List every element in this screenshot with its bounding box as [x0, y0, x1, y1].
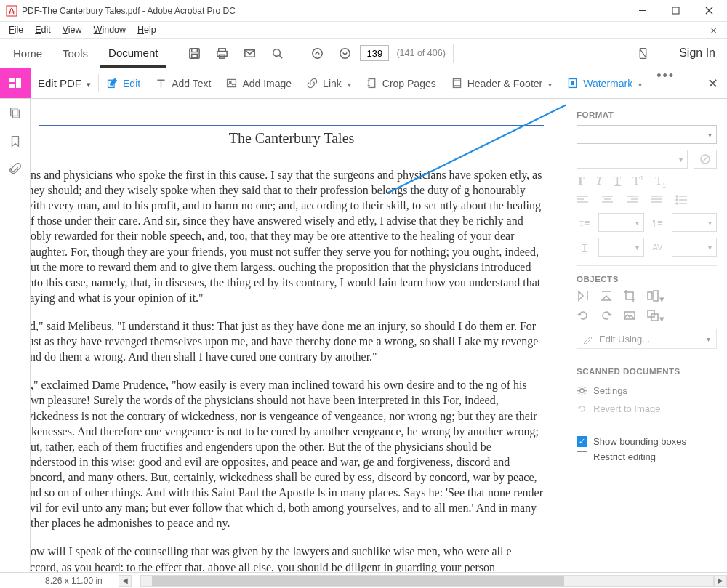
watermark-label: Watermark [583, 78, 632, 89]
link-button[interactable]: Link [299, 68, 358, 98]
thumbnails-icon[interactable] [9, 106, 22, 121]
superscript-icon[interactable]: T1 [632, 174, 643, 189]
scanned-documents-header: SCANNED DOCUMENTS [577, 367, 717, 376]
paragraph[interactable]: o," exclaimed Dame Prudence, "how easily… [31, 377, 544, 531]
subscript-icon[interactable]: T1 [655, 174, 666, 189]
paragraph[interactable]: ed," said Melibeus, "I understand it thu… [31, 318, 544, 364]
rotate-cw-icon[interactable] [600, 309, 613, 324]
font-style-row: T T T T1 T1 [577, 174, 717, 189]
italic-icon[interactable]: T [596, 174, 603, 189]
font-family-combo[interactable] [577, 125, 717, 144]
minimize-button[interactable] [625, 0, 659, 22]
rotate-ccw-icon[interactable] [577, 309, 590, 324]
horizontal-scale-icon: T [577, 238, 593, 257]
svg-rect-5 [190, 48, 199, 57]
svg-rect-24 [369, 79, 375, 88]
right-panel: FORMAT T T T T1 T1 ‡≡ ¶≡ T [566, 99, 727, 572]
close-button[interactable] [692, 0, 726, 22]
font-size-combo[interactable] [577, 150, 688, 169]
edit-pdf-dropdown[interactable]: Edit PDF [31, 68, 98, 98]
svg-point-58 [580, 389, 585, 393]
document-scroll[interactable]: The Canterbury Tales ons and physicians … [31, 99, 566, 572]
tab-document[interactable]: Document [100, 39, 166, 68]
line-spacing-combo[interactable] [598, 213, 644, 232]
svg-line-17 [640, 49, 646, 57]
watermark-button[interactable]: Watermark [559, 68, 649, 98]
mobile-link-icon[interactable] [632, 42, 654, 64]
menu-view[interactable]: View [58, 23, 87, 36]
edit-pdf-label: Edit PDF [38, 77, 81, 89]
show-bounding-boxes-checkbox[interactable]: ✓ Show bounding boxes [577, 436, 717, 447]
edit-button[interactable]: Edit [99, 68, 148, 98]
paragraph-spacing-combo[interactable] [672, 213, 718, 232]
svg-point-49 [676, 199, 678, 201]
attachments-icon[interactable] [9, 163, 22, 178]
close-tools-button[interactable]: ✕ [698, 68, 727, 98]
menu-file[interactable]: File [4, 23, 28, 36]
align-row [577, 195, 717, 207]
svg-rect-31 [12, 110, 19, 118]
add-image-button[interactable]: Add Image [218, 68, 299, 98]
edit-pdf-tool-icon[interactable] [0, 68, 31, 98]
menu-edit[interactable]: Edit [31, 23, 55, 36]
align-right-icon[interactable] [626, 195, 639, 207]
hscroll-right-button[interactable]: ▶ [714, 575, 727, 587]
horizontal-scrollbar[interactable] [140, 575, 714, 587]
char-spacing-icon: AV [650, 238, 666, 257]
horizontal-scale-combo[interactable] [598, 238, 644, 257]
tab-home[interactable]: Home [4, 40, 51, 66]
maximize-button[interactable] [659, 0, 692, 22]
add-image-label: Add Image [242, 78, 292, 89]
revert-image-link[interactable]: Revert to Image [577, 400, 717, 418]
more-tools-icon[interactable]: ••• [649, 68, 682, 98]
hscroll-left-button[interactable]: ◀ [119, 575, 132, 587]
align-justify-icon[interactable] [651, 195, 664, 207]
header-footer-button[interactable]: Header & Footer [443, 68, 560, 98]
color-picker[interactable] [694, 150, 717, 169]
restrict-editing-checkbox[interactable]: Restrict editing [577, 451, 717, 462]
paragraph[interactable]: now will I speak of the counselling that… [31, 544, 544, 572]
arrange-icon[interactable]: ▾ [646, 309, 664, 324]
flip-vertical-icon[interactable] [577, 289, 590, 305]
title-bar: PDF-The Canterbury Tales.pdf - Adobe Acr… [0, 0, 727, 22]
add-text-button[interactable]: Add Text [148, 68, 218, 98]
save-icon[interactable] [182, 41, 206, 65]
crop-pages-label: Crop Pages [382, 78, 436, 89]
svg-rect-2 [672, 7, 679, 14]
pdf-page[interactable]: The Canterbury Tales ons and physicians … [31, 99, 566, 572]
page-dimensions: 8.26 x 11.00 in [38, 576, 110, 586]
page-down-icon[interactable] [332, 41, 357, 65]
mail-icon[interactable] [237, 41, 262, 65]
crop-icon[interactable] [623, 289, 636, 305]
align-left-icon[interactable] [577, 195, 590, 207]
edit-label: Edit [123, 78, 140, 89]
crop-pages-button[interactable]: Crop Pages [358, 68, 443, 98]
print-icon[interactable] [209, 41, 234, 65]
flip-horizontal-icon[interactable] [600, 289, 613, 305]
underline-icon[interactable]: T [614, 174, 622, 189]
svg-point-47 [676, 196, 678, 197]
edit-using-dropdown[interactable]: Edit Using... [577, 329, 717, 349]
settings-link[interactable]: Settings [577, 382, 717, 400]
tab-tools[interactable]: Tools [54, 40, 97, 66]
menu-help[interactable]: Help [133, 23, 161, 36]
page-number-input[interactable] [360, 45, 389, 61]
replace-image-icon[interactable] [623, 309, 636, 324]
align-objects-icon[interactable]: ▾ [646, 289, 664, 305]
restrict-editing-label: Restrict editing [593, 451, 656, 462]
paragraph-spacing-icon: ¶≡ [650, 213, 666, 232]
align-center-icon[interactable] [601, 195, 614, 207]
menu-window[interactable]: Window [89, 23, 130, 36]
paragraph[interactable]: ons and physicians who spoke the first i… [31, 167, 544, 305]
svg-rect-30 [10, 108, 17, 116]
bookmarks-icon[interactable] [9, 134, 22, 150]
sign-in-button[interactable]: Sign In [672, 47, 723, 60]
add-text-label: Add Text [172, 78, 211, 89]
bullet-list-icon[interactable] [675, 195, 688, 207]
bold-icon[interactable]: T [577, 174, 585, 189]
page-up-icon[interactable] [305, 41, 329, 65]
menu-close-doc[interactable]: × [704, 24, 723, 36]
search-icon[interactable] [265, 41, 289, 65]
svg-rect-6 [192, 48, 198, 52]
char-spacing-combo[interactable] [672, 238, 718, 257]
